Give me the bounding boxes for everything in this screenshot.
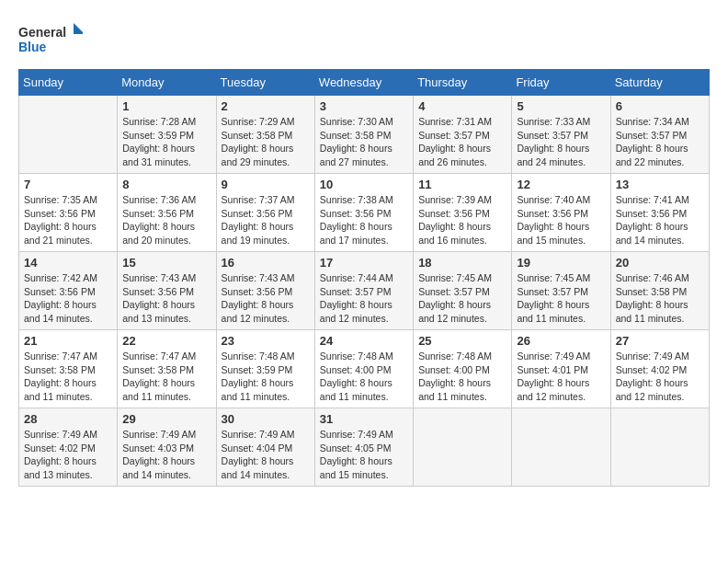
calendar-table: SundayMondayTuesdayWednesdayThursdayFrid… (18, 69, 710, 487)
day-info: Sunrise: 7:47 AM Sunset: 3:58 PM Dayligh… (122, 350, 210, 404)
calendar-cell: 9Sunrise: 7:37 AM Sunset: 3:56 PM Daylig… (216, 174, 314, 252)
day-number: 3 (320, 99, 408, 113)
svg-text:Blue: Blue (18, 40, 47, 54)
day-header-thursday: Thursday (414, 70, 512, 96)
day-info: Sunrise: 7:38 AM Sunset: 3:56 PM Dayligh… (320, 193, 408, 247)
calendar-cell: 6Sunrise: 7:34 AM Sunset: 3:57 PM Daylig… (610, 96, 709, 174)
calendar-cell: 17Sunrise: 7:44 AM Sunset: 3:57 PM Dayli… (314, 252, 413, 330)
calendar-cell (512, 408, 610, 487)
day-header-sunday: Sunday (19, 70, 118, 96)
day-info: Sunrise: 7:39 AM Sunset: 3:56 PM Dayligh… (418, 193, 506, 247)
day-info: Sunrise: 7:40 AM Sunset: 3:56 PM Dayligh… (517, 193, 605, 247)
svg-marker-2 (74, 23, 83, 34)
calendar-cell: 11Sunrise: 7:39 AM Sunset: 3:56 PM Dayli… (414, 174, 512, 252)
calendar-cell: 20Sunrise: 7:46 AM Sunset: 3:58 PM Dayli… (610, 252, 709, 330)
day-info: Sunrise: 7:29 AM Sunset: 3:58 PM Dayligh… (222, 115, 310, 169)
day-number: 24 (320, 334, 408, 348)
day-number: 21 (24, 334, 112, 348)
day-info: Sunrise: 7:42 AM Sunset: 3:56 PM Dayligh… (24, 271, 112, 326)
calendar-cell: 4Sunrise: 7:31 AM Sunset: 3:57 PM Daylig… (414, 96, 512, 174)
calendar-cell: 31Sunrise: 7:49 AM Sunset: 4:05 PM Dayli… (314, 408, 413, 487)
day-number: 7 (24, 178, 112, 191)
calendar-cell: 24Sunrise: 7:48 AM Sunset: 4:00 PM Dayli… (314, 330, 413, 408)
day-header-wednesday: Wednesday (314, 70, 413, 96)
calendar-cell: 3Sunrise: 7:30 AM Sunset: 3:58 PM Daylig… (314, 96, 413, 174)
week-row-4: 28Sunrise: 7:49 AM Sunset: 4:02 PM Dayli… (19, 408, 710, 487)
day-info: Sunrise: 7:49 AM Sunset: 4:05 PM Dayligh… (320, 428, 408, 482)
logo: General Blue (18, 18, 83, 60)
day-number: 9 (222, 178, 310, 191)
week-row-1: 7Sunrise: 7:35 AM Sunset: 3:56 PM Daylig… (19, 174, 710, 252)
svg-text:General: General (18, 25, 66, 40)
day-number: 20 (616, 256, 704, 270)
calendar-cell: 23Sunrise: 7:48 AM Sunset: 3:59 PM Dayli… (216, 330, 314, 408)
week-row-3: 21Sunrise: 7:47 AM Sunset: 3:58 PM Dayli… (19, 330, 710, 408)
day-number: 14 (24, 256, 112, 270)
day-header-tuesday: Tuesday (216, 70, 314, 96)
calendar-cell (414, 408, 512, 487)
day-number: 23 (222, 334, 310, 348)
day-number: 10 (320, 178, 408, 191)
day-info: Sunrise: 7:43 AM Sunset: 3:56 PM Dayligh… (222, 271, 310, 326)
day-info: Sunrise: 7:31 AM Sunset: 3:57 PM Dayligh… (418, 115, 506, 169)
calendar-cell: 18Sunrise: 7:45 AM Sunset: 3:57 PM Dayli… (414, 252, 512, 330)
day-number: 26 (517, 334, 605, 348)
calendar-cell: 28Sunrise: 7:49 AM Sunset: 4:02 PM Dayli… (19, 408, 118, 487)
day-info: Sunrise: 7:49 AM Sunset: 4:02 PM Dayligh… (24, 428, 112, 482)
calendar-cell: 19Sunrise: 7:45 AM Sunset: 3:57 PM Dayli… (512, 252, 610, 330)
day-info: Sunrise: 7:36 AM Sunset: 3:56 PM Dayligh… (122, 193, 210, 247)
calendar-cell: 12Sunrise: 7:40 AM Sunset: 3:56 PM Dayli… (512, 174, 610, 252)
calendar-cell: 22Sunrise: 7:47 AM Sunset: 3:58 PM Dayli… (118, 330, 216, 408)
day-info: Sunrise: 7:43 AM Sunset: 3:56 PM Dayligh… (122, 271, 210, 326)
day-number: 6 (616, 99, 704, 113)
calendar-cell: 30Sunrise: 7:49 AM Sunset: 4:04 PM Dayli… (216, 408, 314, 487)
day-info: Sunrise: 7:46 AM Sunset: 3:58 PM Dayligh… (616, 271, 704, 326)
day-info: Sunrise: 7:49 AM Sunset: 4:02 PM Dayligh… (616, 350, 704, 404)
day-number: 17 (320, 256, 408, 270)
day-info: Sunrise: 7:30 AM Sunset: 3:58 PM Dayligh… (320, 115, 408, 169)
day-info: Sunrise: 7:33 AM Sunset: 3:57 PM Dayligh… (517, 115, 605, 169)
header-row: SundayMondayTuesdayWednesdayThursdayFrid… (19, 70, 710, 96)
day-info: Sunrise: 7:28 AM Sunset: 3:59 PM Dayligh… (122, 115, 210, 169)
calendar-cell: 14Sunrise: 7:42 AM Sunset: 3:56 PM Dayli… (19, 252, 118, 330)
day-info: Sunrise: 7:49 AM Sunset: 4:01 PM Dayligh… (517, 350, 605, 404)
day-number: 29 (122, 412, 210, 426)
day-number: 1 (122, 99, 210, 113)
calendar-cell: 26Sunrise: 7:49 AM Sunset: 4:01 PM Dayli… (512, 330, 610, 408)
day-info: Sunrise: 7:34 AM Sunset: 3:57 PM Dayligh… (616, 115, 704, 169)
calendar-cell: 27Sunrise: 7:49 AM Sunset: 4:02 PM Dayli… (610, 330, 709, 408)
day-header-saturday: Saturday (610, 70, 709, 96)
day-header-friday: Friday (512, 70, 610, 96)
day-info: Sunrise: 7:48 AM Sunset: 4:00 PM Dayligh… (320, 350, 408, 404)
calendar-cell: 25Sunrise: 7:48 AM Sunset: 4:00 PM Dayli… (414, 330, 512, 408)
day-number: 8 (122, 178, 210, 191)
calendar-cell: 13Sunrise: 7:41 AM Sunset: 3:56 PM Dayli… (610, 174, 709, 252)
calendar-cell: 16Sunrise: 7:43 AM Sunset: 3:56 PM Dayli… (216, 252, 314, 330)
day-info: Sunrise: 7:47 AM Sunset: 3:58 PM Dayligh… (24, 350, 112, 404)
calendar-cell: 21Sunrise: 7:47 AM Sunset: 3:58 PM Dayli… (19, 330, 118, 408)
day-number: 31 (320, 412, 408, 426)
day-number: 13 (616, 178, 704, 191)
calendar-cell: 2Sunrise: 7:29 AM Sunset: 3:58 PM Daylig… (216, 96, 314, 174)
day-number: 11 (418, 178, 506, 191)
day-info: Sunrise: 7:48 AM Sunset: 4:00 PM Dayligh… (418, 350, 506, 404)
day-info: Sunrise: 7:35 AM Sunset: 3:56 PM Dayligh… (24, 193, 112, 247)
calendar-cell (19, 96, 118, 174)
day-number: 15 (122, 256, 210, 270)
calendar-cell: 7Sunrise: 7:35 AM Sunset: 3:56 PM Daylig… (19, 174, 118, 252)
day-info: Sunrise: 7:48 AM Sunset: 3:59 PM Dayligh… (222, 350, 310, 404)
calendar-cell: 15Sunrise: 7:43 AM Sunset: 3:56 PM Dayli… (118, 252, 216, 330)
day-number: 30 (222, 412, 310, 426)
day-number: 25 (418, 334, 506, 348)
day-number: 28 (24, 412, 112, 426)
calendar-cell: 29Sunrise: 7:49 AM Sunset: 4:03 PM Dayli… (118, 408, 216, 487)
calendar-cell (610, 408, 709, 487)
logo-svg: General Blue (18, 18, 83, 60)
calendar-cell: 10Sunrise: 7:38 AM Sunset: 3:56 PM Dayli… (314, 174, 413, 252)
header: General Blue (18, 18, 710, 60)
day-number: 16 (222, 256, 310, 270)
day-info: Sunrise: 7:49 AM Sunset: 4:04 PM Dayligh… (222, 428, 310, 482)
day-info: Sunrise: 7:49 AM Sunset: 4:03 PM Dayligh… (122, 428, 210, 482)
day-header-monday: Monday (118, 70, 216, 96)
day-info: Sunrise: 7:44 AM Sunset: 3:57 PM Dayligh… (320, 271, 408, 326)
